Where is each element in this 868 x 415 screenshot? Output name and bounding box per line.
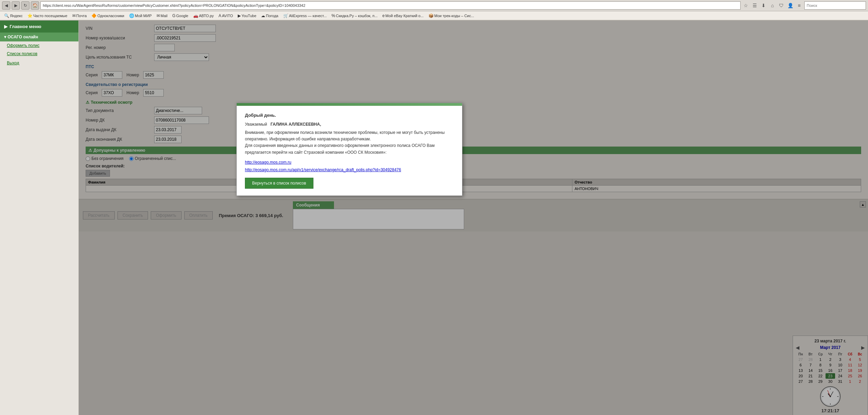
- bookmark-ok[interactable]: 🔶 Одноклассники: [89, 13, 126, 19]
- search-input[interactable]: [804, 1, 866, 10]
- bookmark-skidka[interactable]: % Скидка.Ру – кэшбэк, п...: [330, 13, 380, 19]
- bookmark-youtube[interactable]: ▶ YouTube: [236, 13, 258, 19]
- sidebar-section-label: ОСАГО онлайн: [8, 35, 38, 39]
- bookmark-google[interactable]: G Google: [170, 13, 190, 19]
- refresh-button[interactable]: ↻: [21, 1, 29, 10]
- weather-icon: ☁: [261, 13, 265, 18]
- main-content: VIN Номер кузова/шасси Рег. номер Цель и…: [79, 21, 868, 415]
- main-menu-icon: ▶: [4, 24, 8, 29]
- mail-icon: ✉: [157, 13, 160, 18]
- modal-salutation: Уважаемый ГАЛИНА АЛЛЕКСЕЕВНА,: [245, 122, 454, 127]
- bookmark-aliexpress[interactable]: 🛒 AliExpress — качест...: [281, 13, 329, 19]
- sidebar-link-issue[interactable]: Оформить полис: [0, 41, 78, 50]
- modal-text-line1: Внимание, при оформлении полиса возникли…: [245, 130, 445, 135]
- osago-icon: ▾: [4, 35, 6, 39]
- modal-overlay: [79, 21, 868, 415]
- modal-text-line4: предлагается перейти на сайт Страховой к…: [245, 150, 386, 155]
- home-button[interactable]: 🏠: [31, 1, 39, 10]
- aliexpress-icon: 🛒: [283, 13, 288, 18]
- bookmark-mail[interactable]: ✉ Mail: [154, 13, 170, 19]
- ok-icon: 🔶: [91, 13, 97, 18]
- back-to-list-button[interactable]: Вернуться в список полисов: [245, 178, 313, 189]
- avto-icon: 🚗: [193, 13, 198, 18]
- sidebar-link-list[interactable]: Список полисов: [0, 50, 78, 58]
- bookmark-mir[interactable]: 🌐 Мой МИР: [127, 13, 154, 19]
- bookmark-frequent[interactable]: ⭐ Часто посещаемые: [25, 13, 70, 19]
- bookmark-ebay[interactable]: e Мой eBay Краткий о...: [380, 13, 425, 19]
- mail-ru-icon: ✉: [72, 13, 76, 18]
- user-icon[interactable]: 👤: [786, 2, 794, 9]
- bookmark-mail-ru[interactable]: ✉ Почта: [70, 13, 89, 19]
- bookmark-avto[interactable]: 🚗 АВТО.ру: [191, 13, 216, 19]
- track-icon: 📦: [429, 13, 434, 18]
- modal-dialog: Добрый день. Уважаемый ГАЛИНА АЛЛЕКСЕЕВН…: [236, 103, 462, 196]
- modal-body: Добрый день. Уважаемый ГАЛИНА АЛЛЕКСЕЕВН…: [237, 106, 462, 196]
- bookmark-weather[interactable]: ☁ Погода: [259, 13, 280, 19]
- browser-icons: ☆ ☰ ⬇ ⌂ 🛡 👤 ≡: [742, 2, 803, 9]
- bookmark-star-icon[interactable]: ☆: [742, 2, 749, 9]
- avito-icon: A: [219, 13, 221, 18]
- ebay-icon: e: [382, 13, 385, 18]
- back-button[interactable]: ◀: [2, 1, 10, 10]
- sidebar-osago-section: ▾ ОСАГО онлайн: [0, 33, 78, 41]
- frequent-icon: ⭐: [27, 13, 33, 18]
- bookmark-avito[interactable]: A AVITO: [216, 13, 235, 19]
- modal-name: ГАЛИНА АЛЛЕКСЕЕВНА,: [271, 122, 321, 127]
- address-bar[interactable]: [40, 1, 741, 10]
- modal-text-line3: Для сохранения введенных данных и операт…: [245, 143, 435, 148]
- bookmark-yandex[interactable]: 🔍 Яндекс: [2, 13, 25, 19]
- forward-button[interactable]: ▶: [12, 1, 20, 10]
- salutation-text: Уважаемый: [245, 122, 267, 127]
- main-menu-label: Главное меню: [10, 24, 41, 29]
- modal-greeting: Добрый день.: [245, 113, 454, 118]
- home-icon[interactable]: ⌂: [769, 2, 776, 9]
- modal-link1[interactable]: http://eosago.mos.com.ru: [245, 160, 454, 165]
- app-layout: ▶ Главное меню ▾ ОСАГО онлайн Оформить п…: [0, 21, 868, 415]
- modal-text-line2: оперативно. Информация об ошибке направл…: [245, 137, 371, 141]
- youtube-icon: ▶: [238, 13, 241, 18]
- modal-text: Внимание, при оформлении полиса возникли…: [245, 129, 454, 156]
- bookmark-track[interactable]: 📦 Мои трек-коды – Сис...: [426, 13, 476, 19]
- yandex-icon: 🔍: [4, 13, 9, 18]
- menu-icon[interactable]: ≡: [795, 2, 803, 9]
- sidebar: ▶ Главное меню ▾ ОСАГО онлайн Оформить п…: [0, 21, 79, 415]
- bookmark-list-icon[interactable]: ☰: [751, 2, 758, 9]
- modal-link2[interactable]: http://eosago.mos.com.ru/api/v1/service/…: [245, 167, 454, 172]
- browser-chrome: ◀ ▶ ↻ 🏠 ☆ ☰ ⬇ ⌂ 🛡 👤 ≡ 🔍 Яндекс ⭐ Часто п…: [0, 0, 868, 21]
- modal-header-bar: [237, 103, 462, 106]
- bookmarks-bar: 🔍 Яндекс ⭐ Часто посещаемые ✉ Почта 🔶 Од…: [0, 11, 868, 20]
- shield-icon[interactable]: 🛡: [778, 2, 785, 9]
- skidka-icon: %: [332, 13, 335, 18]
- browser-toolbar: ◀ ▶ ↻ 🏠 ☆ ☰ ⬇ ⌂ 🛡 👤 ≡: [0, 0, 868, 11]
- mir-icon: 🌐: [129, 13, 134, 18]
- sidebar-main-menu[interactable]: ▶ Главное меню: [0, 21, 78, 33]
- sidebar-exit-link[interactable]: Выход: [0, 58, 78, 68]
- google-icon: G: [172, 13, 175, 18]
- download-icon[interactable]: ⬇: [760, 2, 767, 9]
